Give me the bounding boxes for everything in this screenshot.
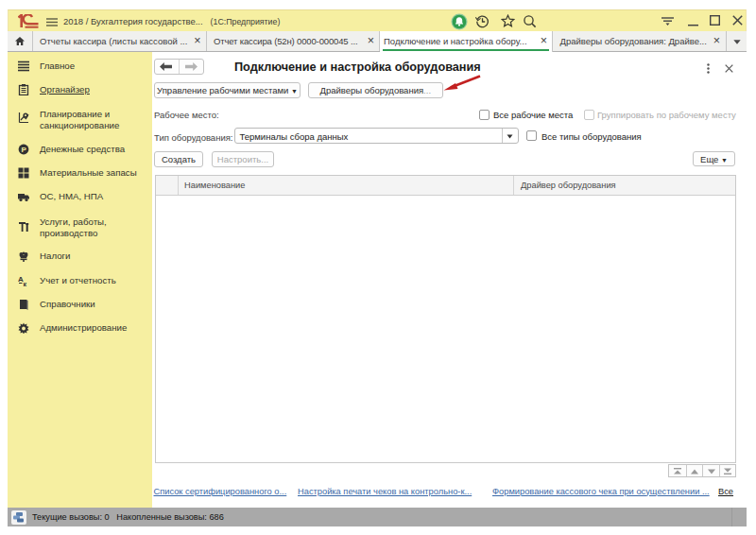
svg-text:к: к bbox=[24, 280, 27, 286]
svg-text:Р: Р bbox=[22, 146, 27, 154]
